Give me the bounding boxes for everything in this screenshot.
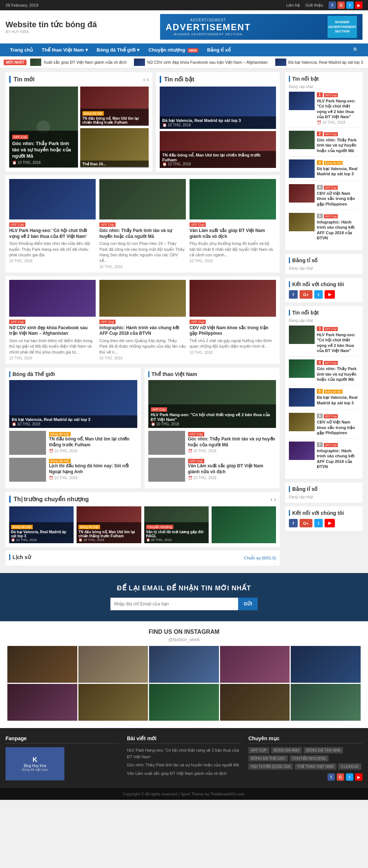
- sidebar-list-item[interactable]: 4 AFF Cup Góc nhìn: Thầy Park tinh táo v…: [289, 359, 359, 385]
- instagram-photo[interactable]: [149, 684, 219, 721]
- world-article-small[interactable]: Bóng đá Nội TN đấu bóng nổ, Man Utd tìm …: [9, 431, 137, 455]
- sidebar-num: 2: [317, 131, 323, 136]
- article-title: Lịch thi đấu bóng đá hôm nay: Sôi nổi Ng…: [49, 463, 137, 475]
- twitter-button-2[interactable]: t: [314, 519, 323, 527]
- vn-article-small[interactable]: AFF Cup Văn Lâm xuất sắc giúp ĐT Việt Na…: [148, 458, 276, 482]
- instagram-photo[interactable]: [291, 684, 361, 721]
- nav-bongda[interactable]: Bóng đá Thế giới ▾: [92, 43, 144, 56]
- facebook-button-2[interactable]: f: [289, 519, 298, 527]
- top-facebook-icon[interactable]: f: [329, 1, 336, 9]
- link-lien-he[interactable]: Liên hệ: [286, 3, 300, 8]
- article-title: Thể thao 24...: [82, 162, 147, 166]
- youtube-button-2[interactable]: ▶: [325, 519, 335, 527]
- footer-twitter-icon[interactable]: t: [346, 773, 353, 781]
- sidebar-thumb: [289, 92, 315, 110]
- instagram-photo[interactable]: [78, 646, 148, 683]
- world-football-title: Bóng đá Thế giới: [9, 371, 137, 377]
- footer-googleplus-icon[interactable]: G: [337, 773, 344, 781]
- hot-news-item[interactable]: AFF Cup Góc nhìn: Thầy Park tinh táo và …: [99, 179, 186, 269]
- sidebar-list-item[interactable]: 5 AFF Cup Infographic: Hành trình vào ch…: [289, 213, 359, 243]
- footer-youtube-icon[interactable]: ▶: [355, 773, 362, 781]
- lich-su-link[interactable]: Chuỗi sự (6/01-0): [244, 556, 276, 560]
- ticker-item: Nữ CDV xinh đẹp khóa Facebook sau trận V…: [134, 59, 268, 66]
- youtube-button[interactable]: ▶: [325, 290, 335, 299]
- sidebar-list-item[interactable]: 5 Bóng đá Nội Đá bại Valencia, Real Madr…: [289, 388, 359, 410]
- article-content: Bóng đá Nội TN đấu bóng nổ, Man Utd tìm …: [49, 431, 137, 455]
- link-gioi-thieu[interactable]: Giới thiệu: [305, 3, 323, 8]
- news-card[interactable]: Bóng đá Nội TN đấu bóng nổ, Man Utd tìm …: [80, 87, 149, 126]
- article-item[interactable]: AFF Cup Nữ CDV xinh đẹp khóa Facebook sa…: [9, 280, 96, 360]
- article-item[interactable]: AFF Cup Infographic: Hành trình vào chun…: [99, 280, 186, 360]
- featured-article[interactable]: AFF Cup Góc nhìn: Thầy Park tinh táo và …: [9, 87, 78, 168]
- nav-bangtigso[interactable]: Bảng tỉ số: [203, 43, 235, 56]
- instagram-photo[interactable]: [7, 646, 77, 683]
- sidebar-list-item[interactable]: 2 AFF Cup Góc nhìn: Thầy Park tinh táo v…: [289, 131, 359, 157]
- hot-news-item[interactable]: AFF Cup Văn Lâm xuất sắc giúp ĐT Việt Na…: [190, 179, 276, 269]
- sidebar-list-item[interactable]: 4 AFF Cup CĐV nữ Việt Nam khoe sắc trong…: [289, 184, 359, 210]
- sidebar-list-item[interactable]: 7 AFF Cup Infographic: Hành trình vào ch…: [289, 442, 359, 472]
- section-nav[interactable]: ‹ ›: [270, 496, 276, 503]
- sidebar-list-item[interactable]: 3 AFF Cup HLV Park Hang-seo: "Có hội chú…: [289, 326, 359, 356]
- article-badge: Bóng đá Nội: [78, 525, 100, 529]
- vietnam-football-section: Thể thao Việt Nam AFF Cup HLV Park Hang-…: [145, 368, 280, 488]
- instagram-photo[interactable]: [291, 646, 361, 683]
- sidebar-thumb: [289, 184, 315, 203]
- googleplus-button[interactable]: G+: [300, 290, 312, 299]
- vn-article-large[interactable]: AFF Cup HLV Park Hang-seo: "Có hội chút …: [148, 380, 276, 428]
- article-title: TN đấu bóng nổ, Man Utd tìm lại chiến th…: [49, 436, 137, 448]
- article-card[interactable]: TN đấu bóng nổ, Man Utd tìm lại chiến th…: [160, 131, 276, 168]
- footer-facebook-icon[interactable]: f: [328, 773, 335, 781]
- bang-ti-so-update-2: Đang cập nhật: [289, 495, 359, 499]
- twitter-button[interactable]: t: [314, 290, 323, 299]
- nav-chuyennhuong[interactable]: Chuyện nhượng NEW: [144, 43, 202, 56]
- transfer-article[interactable]: Bóng đá Nội Đá bại Valencia, Real Madrid…: [9, 506, 74, 543]
- world-football-section: Bóng đá Thế giới Đá bại Valencia, Real M…: [6, 368, 141, 488]
- article-time: 10 THG, 2018: [190, 351, 276, 355]
- sidebar-list-item[interactable]: 1 AFF Cup HLV Park Hang-seo: "Có hội chú…: [289, 92, 359, 128]
- instagram-photo[interactable]: [220, 646, 290, 683]
- footer-tag[interactable]: THỂ THAO VIỆT NAM: [295, 763, 336, 770]
- transfer-article-4[interactable]: [212, 506, 276, 543]
- sidebar-list-item[interactable]: 3 Bóng đá Nội Đá bại Valencia, Real Madr…: [289, 159, 359, 181]
- instagram-photo[interactable]: [78, 684, 148, 721]
- article-img: [190, 280, 276, 317]
- instagram-photo[interactable]: [7, 684, 77, 721]
- nav-thethao[interactable]: Thể thao Việt Nam ▾: [37, 43, 92, 56]
- facebook-button[interactable]: f: [289, 290, 298, 299]
- footer-tag[interactable]: BÓNG ĐÁ TẦN NHÀ: [304, 747, 343, 753]
- sidebar-list-item[interactable]: 6 AFF Cup CĐV nữ Việt Nam khoe sắc trong…: [289, 413, 359, 439]
- transfer-article[interactable]: Bóng đá Nội TN đấu bóng nổ, Man Utd tìm …: [77, 506, 141, 543]
- instagram-photo[interactable]: [220, 684, 290, 721]
- footer-tag[interactable]: AFF CUP: [248, 747, 269, 753]
- sidebar-hot-section-2: Tin nổi bật Đang cập nhật 3 AFF Cup HLV …: [285, 306, 362, 479]
- transfer-article[interactable]: Chuyển nhượng Văn tý chối lời mời lương …: [144, 506, 209, 543]
- footer-tag[interactable]: V.LEAGUE: [338, 763, 361, 770]
- footer-tag[interactable]: CHUYỂN NHƯỢNG: [290, 755, 329, 762]
- newsletter-submit-button[interactable]: GỬI: [238, 598, 258, 610]
- news-card[interactable]: Thể thao 24...: [80, 128, 149, 168]
- newsletter-email-input[interactable]: [110, 598, 238, 610]
- top-twitter-icon[interactable]: t: [346, 1, 354, 9]
- featured-article-large[interactable]: Đá bại Valencia, Real Madrid áp sát top …: [160, 87, 276, 129]
- top-googleplus-icon[interactable]: G: [337, 1, 345, 9]
- footer-tag[interactable]: BÓNG ĐÁ THẾ GIỚI: [248, 755, 288, 762]
- article-title: Infographic: Hành trình vào chung kết AF…: [99, 325, 186, 337]
- article-content: Bóng đá Nội Lịch thi đấu bóng đá hôm nay…: [49, 458, 137, 482]
- article-item[interactable]: AFF Cup CĐV nữ Việt Nam khoe sắc trong t…: [190, 280, 276, 360]
- world-article-small[interactable]: Bóng đá Nội Lịch thi đấu bóng đá hôm nay…: [9, 458, 137, 482]
- sidebar-update: Đang cập nhật: [289, 85, 359, 89]
- section-nav[interactable]: ‹ ›: [143, 76, 149, 83]
- ad-sub: BANNER ADVERTISEMENT SECTION: [166, 32, 251, 36]
- footer-tag[interactable]: HỘI TUYỂN QUỐC GIA: [248, 763, 293, 770]
- nav-trangchu[interactable]: Trang chủ: [6, 43, 37, 56]
- vn-article-small[interactable]: AFF Cup Góc nhìn: Thầy Park tinh táo và …: [148, 431, 276, 455]
- search-icon[interactable]: 🔍: [349, 43, 362, 56]
- googleplus-button-2[interactable]: G+: [300, 519, 312, 527]
- world-article-large[interactable]: Đá bại Valencia, Real Madrid áp sát top …: [9, 380, 137, 428]
- footer-tag[interactable]: BÓNG ĐÁ ANH: [271, 747, 302, 753]
- footer-bai-viet: Bài viết mới HLV Park Hang-seo: 'Có hội …: [127, 735, 241, 781]
- top-youtube-icon[interactable]: ▶: [355, 1, 362, 9]
- hot-news-item[interactable]: AFF Cup HLV Park Hang-seo: 'Có hội chút …: [9, 179, 96, 269]
- instagram-photo[interactable]: [149, 646, 219, 683]
- article-img: [99, 280, 186, 317]
